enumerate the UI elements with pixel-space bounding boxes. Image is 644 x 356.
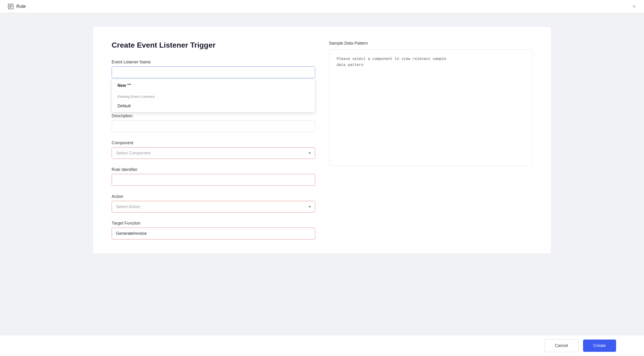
event-listener-name-row: Event Listener Name New "" Existing Even…	[112, 60, 315, 78]
page-title: Create Event Listener Trigger	[112, 41, 315, 49]
action-select[interactable]: Select Action	[112, 201, 315, 212]
event-listener-name-input[interactable]	[112, 66, 315, 78]
form-section: Create Event Listener Trigger Event List…	[112, 41, 315, 239]
event-listener-name-dropdown-container: New "" Existing Event Listeners Default	[112, 66, 315, 78]
page-window-title: Rule	[16, 4, 26, 9]
target-function-row: Target Function GenerateInvoice	[112, 221, 315, 239]
action-select-wrapper: Select Action ▼	[112, 201, 315, 212]
event-listener-name-label: Event Listener Name	[112, 60, 315, 65]
create-button[interactable]: Create	[583, 340, 616, 352]
rule-identifier-row: Rule Identifier	[112, 167, 315, 186]
description-label: Description	[112, 114, 315, 118]
title-bar: Rule ×	[0, 0, 644, 13]
description-row: Description	[112, 114, 315, 132]
footer: Cancel Create	[0, 335, 644, 356]
target-function-input[interactable]: GenerateInvoice	[112, 228, 315, 239]
component-label: Component	[112, 141, 315, 145]
event-listener-name-dropdown: New "" Existing Event Listeners Default	[112, 79, 315, 112]
description-input[interactable]	[112, 120, 315, 132]
dropdown-item-default[interactable]: Default	[112, 100, 315, 112]
target-function-label: Target Function	[112, 221, 315, 226]
rule-identifier-input[interactable]	[112, 174, 315, 186]
form-card: Create Event Listener Trigger Event List…	[93, 27, 551, 253]
action-row: Action Select Action ▼	[112, 194, 315, 212]
dropdown-divider-label: Existing Event Listeners	[112, 92, 315, 100]
rule-identifier-label: Rule Identifier	[112, 167, 315, 172]
dropdown-new-option[interactable]: New ""	[112, 79, 315, 92]
cancel-button[interactable]: Cancel	[544, 339, 578, 352]
rule-icon	[8, 3, 14, 10]
component-select-wrapper: Select Component ▼	[112, 147, 315, 159]
main-content: Create Event Listener Trigger Event List…	[0, 13, 644, 338]
component-select[interactable]: Select Component	[112, 147, 315, 159]
sample-data-section: Sample Data Pattern Please select a comp…	[329, 41, 532, 239]
sample-data-box: Please select a component to view releva…	[329, 49, 532, 166]
close-button[interactable]: ×	[632, 3, 636, 10]
sample-data-title: Sample Data Pattern	[329, 41, 532, 46]
action-label: Action	[112, 194, 315, 199]
component-row: Component Select Component ▼	[112, 141, 315, 159]
title-bar-left: Rule	[8, 3, 26, 10]
